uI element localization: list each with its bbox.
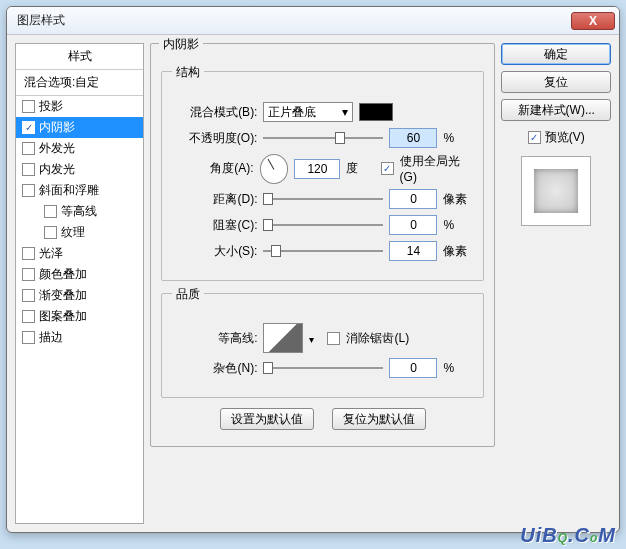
style-item-11[interactable]: 描边 — [16, 327, 143, 348]
style-checkbox[interactable] — [22, 163, 35, 176]
blend-mode-value: 正片叠底 — [268, 104, 316, 121]
opacity-slider[interactable] — [263, 129, 383, 147]
style-item-9[interactable]: 渐变叠加 — [16, 285, 143, 306]
antialias-label: 消除锯齿(L) — [346, 330, 409, 347]
style-checkbox[interactable] — [22, 331, 35, 344]
style-label: 颜色叠加 — [39, 266, 87, 283]
style-item-1[interactable]: ✓内阴影 — [16, 117, 143, 138]
chevron-down-icon: ▾ — [342, 105, 348, 119]
dialog-body: 样式 混合选项:自定 投影✓内阴影外发光内发光斜面和浮雕等高线纹理光泽颜色叠加渐… — [7, 35, 619, 532]
angle-label: 角度(A): — [172, 160, 253, 177]
contour-label: 等高线: — [172, 330, 257, 347]
noise-input[interactable]: 0 — [389, 358, 437, 378]
quality-group: 品质 等高线: ▾ 消除锯齿(L) 杂色(N): 0 % — [161, 293, 484, 398]
quality-title: 品质 — [172, 286, 204, 303]
distance-slider[interactable] — [263, 190, 383, 208]
size-input[interactable]: 14 — [389, 241, 437, 261]
style-item-3[interactable]: 内发光 — [16, 159, 143, 180]
style-label: 内阴影 — [39, 119, 75, 136]
style-checkbox[interactable] — [22, 268, 35, 281]
style-checkbox[interactable] — [22, 184, 35, 197]
style-item-8[interactable]: 颜色叠加 — [16, 264, 143, 285]
style-label: 渐变叠加 — [39, 287, 87, 304]
contour-row: 等高线: ▾ 消除锯齿(L) — [172, 323, 473, 353]
blend-options-item[interactable]: 混合选项:自定 — [16, 70, 143, 96]
watermark: UiBQ.CoM — [520, 524, 616, 547]
styles-column: 样式 混合选项:自定 投影✓内阴影外发光内发光斜面和浮雕等高线纹理光泽颜色叠加渐… — [15, 43, 144, 524]
contour-picker[interactable]: ▾ — [263, 323, 303, 353]
style-item-4[interactable]: 斜面和浮雕 — [16, 180, 143, 201]
degree-unit: 度 — [346, 160, 375, 177]
style-label: 外发光 — [39, 140, 75, 157]
opacity-row: 不透明度(O): 60 % — [172, 127, 473, 149]
style-label: 内发光 — [39, 161, 75, 178]
reset-default-button[interactable]: 复位为默认值 — [332, 408, 426, 430]
choke-input[interactable]: 0 — [389, 215, 437, 235]
structure-title: 结构 — [172, 64, 204, 81]
distance-label: 距离(D): — [172, 191, 257, 208]
style-label: 等高线 — [61, 203, 97, 220]
preview-box — [521, 156, 591, 226]
style-item-5[interactable]: 等高线 — [16, 201, 143, 222]
style-label: 斜面和浮雕 — [39, 182, 99, 199]
ok-button[interactable]: 确定 — [501, 43, 611, 65]
noise-row: 杂色(N): 0 % — [172, 357, 473, 379]
style-checkbox[interactable] — [22, 100, 35, 113]
style-item-6[interactable]: 纹理 — [16, 222, 143, 243]
panel-title: 内阴影 — [159, 36, 203, 53]
layer-style-dialog: 图层样式 X 样式 混合选项:自定 投影✓内阴影外发光内发光斜面和浮雕等高线纹理… — [6, 6, 620, 533]
shadow-color-swatch[interactable] — [359, 103, 393, 121]
size-label: 大小(S): — [172, 243, 257, 260]
blend-mode-combo[interactable]: 正片叠底 ▾ — [263, 102, 353, 122]
style-checkbox[interactable] — [22, 289, 35, 302]
style-item-10[interactable]: 图案叠加 — [16, 306, 143, 327]
settings-column: 内阴影 结构 混合模式(B): 正片叠底 ▾ 不透明度(O): — [150, 43, 495, 524]
angle-dial[interactable] — [260, 154, 289, 184]
inner-shadow-panel: 内阴影 结构 混合模式(B): 正片叠底 ▾ 不透明度(O): — [150, 43, 495, 447]
global-light-label: 使用全局光(G) — [400, 153, 474, 184]
choke-slider[interactable] — [263, 216, 383, 234]
make-default-button[interactable]: 设置为默认值 — [220, 408, 314, 430]
style-label: 投影 — [39, 98, 63, 115]
preview-label: 预览(V) — [545, 129, 585, 146]
style-item-2[interactable]: 外发光 — [16, 138, 143, 159]
opacity-input[interactable]: 60 — [389, 128, 437, 148]
reset-button[interactable]: 复位 — [501, 71, 611, 93]
distance-input[interactable]: 0 — [389, 189, 437, 209]
style-item-0[interactable]: 投影 — [16, 96, 143, 117]
px-unit-1: 像素 — [443, 191, 473, 208]
opacity-label: 不透明度(O): — [172, 130, 257, 147]
size-slider[interactable] — [263, 242, 383, 260]
percent-unit: % — [443, 131, 473, 145]
style-checkbox[interactable]: ✓ — [22, 121, 35, 134]
close-button[interactable]: X — [571, 12, 615, 30]
style-label: 光泽 — [39, 245, 63, 262]
preview-toggle[interactable]: 预览(V) — [501, 129, 611, 146]
choke-row: 阻塞(C): 0 % — [172, 214, 473, 236]
angle-row: 角度(A): 120 度 使用全局光(G) — [172, 153, 473, 184]
styles-header[interactable]: 样式 — [16, 44, 143, 70]
blend-mode-row: 混合模式(B): 正片叠底 ▾ — [172, 101, 473, 123]
close-icon: X — [589, 14, 597, 28]
style-checkbox[interactable] — [44, 226, 57, 239]
percent-unit-2: % — [443, 218, 473, 232]
preview-checkbox[interactable] — [528, 131, 541, 144]
noise-label: 杂色(N): — [172, 360, 257, 377]
angle-input[interactable]: 120 — [294, 159, 340, 179]
noise-slider[interactable] — [263, 359, 383, 377]
choke-label: 阻塞(C): — [172, 217, 257, 234]
defaults-row: 设置为默认值 复位为默认值 — [161, 408, 484, 430]
actions-column: 确定 复位 新建样式(W)... 预览(V) — [501, 43, 611, 524]
blend-mode-label: 混合模式(B): — [172, 104, 257, 121]
style-checkbox[interactable] — [44, 205, 57, 218]
preview-swatch — [534, 169, 578, 213]
style-checkbox[interactable] — [22, 310, 35, 323]
titlebar[interactable]: 图层样式 X — [7, 7, 619, 35]
style-checkbox[interactable] — [22, 142, 35, 155]
new-style-button[interactable]: 新建样式(W)... — [501, 99, 611, 121]
style-item-7[interactable]: 光泽 — [16, 243, 143, 264]
style-checkbox[interactable] — [22, 247, 35, 260]
styles-list: 投影✓内阴影外发光内发光斜面和浮雕等高线纹理光泽颜色叠加渐变叠加图案叠加描边 — [16, 96, 143, 348]
antialias-checkbox[interactable] — [327, 332, 340, 345]
global-light-checkbox[interactable] — [381, 162, 394, 175]
